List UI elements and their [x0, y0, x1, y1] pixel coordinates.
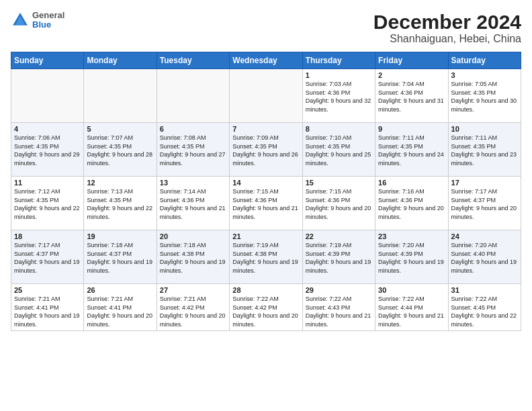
day-number: 23	[378, 232, 445, 240]
day-number: 25	[14, 286, 81, 294]
logo: General Blue	[11, 11, 64, 30]
day-number: 6	[160, 125, 226, 133]
day-number: 4	[14, 125, 81, 133]
table-row: 13 Sunrise: 7:14 AM Sunset: 4:36 PM Dayl…	[157, 177, 229, 230]
table-row: 27 Sunrise: 7:21 AM Sunset: 4:42 PM Dayl…	[157, 284, 229, 331]
day-number: 22	[306, 232, 372, 240]
logo-blue: Blue	[32, 20, 64, 30]
day-number: 30	[378, 286, 445, 294]
col-wednesday: Wednesday	[230, 52, 302, 69]
table-row: 31 Sunrise: 7:22 AM Sunset: 4:45 PM Dayl…	[448, 284, 521, 331]
table-row: 6 Sunrise: 7:08 AM Sunset: 4:35 PM Dayli…	[157, 123, 229, 177]
day-number: 19	[87, 232, 153, 240]
calendar-subtitle: Shanhaiguan, Hebei, China	[373, 33, 521, 45]
table-row: 5 Sunrise: 7:07 AM Sunset: 4:35 PM Dayli…	[84, 123, 157, 177]
day-info: Sunrise: 7:09 AM Sunset: 4:35 PM Dayligh…	[232, 134, 299, 167]
day-info: Sunrise: 7:20 AM Sunset: 4:40 PM Dayligh…	[451, 241, 518, 275]
logo-icon	[11, 11, 30, 30]
table-row: 12 Sunrise: 7:13 AM Sunset: 4:35 PM Dayl…	[84, 177, 157, 230]
day-info: Sunrise: 7:18 AM Sunset: 4:38 PM Dayligh…	[160, 241, 226, 275]
day-number: 10	[451, 125, 518, 133]
table-row: 28 Sunrise: 7:22 AM Sunset: 4:42 PM Dayl…	[230, 284, 302, 331]
day-info: Sunrise: 7:19 AM Sunset: 4:38 PM Dayligh…	[232, 241, 299, 275]
table-row: 16 Sunrise: 7:16 AM Sunset: 4:36 PM Dayl…	[375, 177, 448, 230]
table-row: 10 Sunrise: 7:11 AM Sunset: 4:35 PM Dayl…	[448, 123, 521, 177]
day-number: 11	[14, 179, 81, 187]
day-info: Sunrise: 7:21 AM Sunset: 4:41 PM Dayligh…	[14, 295, 81, 328]
table-row: 7 Sunrise: 7:09 AM Sunset: 4:35 PM Dayli…	[230, 123, 302, 177]
table-row: 18 Sunrise: 7:17 AM Sunset: 4:37 PM Dayl…	[11, 230, 84, 284]
day-number: 1	[306, 71, 372, 79]
table-row: 14 Sunrise: 7:15 AM Sunset: 4:36 PM Dayl…	[230, 177, 302, 230]
table-row: 4 Sunrise: 7:06 AM Sunset: 4:35 PM Dayli…	[11, 123, 84, 177]
day-number: 29	[306, 286, 372, 294]
header: General Blue December 2024 Shanhaiguan, …	[11, 11, 521, 45]
calendar-table: Sunday Monday Tuesday Wednesday Thursday…	[11, 52, 521, 331]
day-info: Sunrise: 7:10 AM Sunset: 4:35 PM Dayligh…	[306, 134, 372, 167]
table-row: 23 Sunrise: 7:20 AM Sunset: 4:39 PM Dayl…	[375, 230, 448, 284]
table-row: 1 Sunrise: 7:03 AM Sunset: 4:36 PM Dayli…	[302, 69, 375, 123]
day-info: Sunrise: 7:12 AM Sunset: 4:35 PM Dayligh…	[14, 187, 81, 221]
day-info: Sunrise: 7:07 AM Sunset: 4:35 PM Dayligh…	[87, 134, 153, 167]
day-info: Sunrise: 7:22 AM Sunset: 4:44 PM Dayligh…	[378, 295, 445, 328]
day-number: 24	[451, 232, 518, 240]
table-row: 9 Sunrise: 7:11 AM Sunset: 4:35 PM Dayli…	[375, 123, 448, 177]
table-row: 25 Sunrise: 7:21 AM Sunset: 4:41 PM Dayl…	[11, 284, 84, 331]
day-info: Sunrise: 7:19 AM Sunset: 4:39 PM Dayligh…	[306, 241, 372, 275]
day-number: 26	[87, 286, 153, 294]
table-row	[157, 69, 229, 123]
logo-general: General	[32, 11, 64, 20]
day-info: Sunrise: 7:11 AM Sunset: 4:35 PM Dayligh…	[451, 134, 518, 167]
day-number: 16	[378, 179, 445, 187]
day-info: Sunrise: 7:22 AM Sunset: 4:45 PM Dayligh…	[451, 295, 518, 328]
day-info: Sunrise: 7:22 AM Sunset: 4:43 PM Dayligh…	[306, 295, 372, 328]
table-row: 19 Sunrise: 7:18 AM Sunset: 4:37 PM Dayl…	[84, 230, 157, 284]
day-number: 15	[306, 179, 372, 187]
table-row: 21 Sunrise: 7:19 AM Sunset: 4:38 PM Dayl…	[230, 230, 302, 284]
day-info: Sunrise: 7:22 AM Sunset: 4:42 PM Dayligh…	[232, 295, 299, 328]
day-info: Sunrise: 7:06 AM Sunset: 4:35 PM Dayligh…	[14, 134, 81, 167]
table-row: 11 Sunrise: 7:12 AM Sunset: 4:35 PM Dayl…	[11, 177, 84, 230]
table-row	[84, 69, 157, 123]
day-info: Sunrise: 7:18 AM Sunset: 4:37 PM Dayligh…	[87, 241, 153, 275]
day-number: 8	[306, 125, 372, 133]
day-number: 13	[160, 179, 226, 187]
day-info: Sunrise: 7:13 AM Sunset: 4:35 PM Dayligh…	[87, 187, 153, 221]
day-info: Sunrise: 7:08 AM Sunset: 4:35 PM Dayligh…	[160, 134, 226, 167]
day-number: 28	[232, 286, 299, 294]
table-row: 15 Sunrise: 7:15 AM Sunset: 4:36 PM Dayl…	[302, 177, 375, 230]
day-number: 9	[378, 125, 445, 133]
table-row: 8 Sunrise: 7:10 AM Sunset: 4:35 PM Dayli…	[302, 123, 375, 177]
day-number: 2	[378, 71, 445, 79]
day-info: Sunrise: 7:11 AM Sunset: 4:35 PM Dayligh…	[378, 134, 445, 167]
day-number: 7	[232, 125, 299, 133]
day-number: 12	[87, 179, 153, 187]
day-info: Sunrise: 7:05 AM Sunset: 4:35 PM Dayligh…	[451, 80, 518, 113]
day-number: 20	[160, 232, 226, 240]
table-row: 3 Sunrise: 7:05 AM Sunset: 4:35 PM Dayli…	[448, 69, 521, 123]
day-info: Sunrise: 7:21 AM Sunset: 4:41 PM Dayligh…	[87, 295, 153, 328]
title-block: December 2024 Shanhaiguan, Hebei, China	[373, 11, 521, 45]
page: General Blue December 2024 Shanhaiguan, …	[0, 0, 532, 411]
table-row: 30 Sunrise: 7:22 AM Sunset: 4:44 PM Dayl…	[375, 284, 448, 331]
table-row: 20 Sunrise: 7:18 AM Sunset: 4:38 PM Dayl…	[157, 230, 229, 284]
day-number: 21	[232, 232, 299, 240]
day-info: Sunrise: 7:21 AM Sunset: 4:42 PM Dayligh…	[160, 295, 226, 328]
day-info: Sunrise: 7:17 AM Sunset: 4:37 PM Dayligh…	[451, 187, 518, 221]
col-thursday: Thursday	[302, 52, 375, 69]
col-saturday: Saturday	[448, 52, 521, 69]
table-row: 22 Sunrise: 7:19 AM Sunset: 4:39 PM Dayl…	[302, 230, 375, 284]
day-number: 5	[87, 125, 153, 133]
col-friday: Friday	[375, 52, 448, 69]
day-number: 27	[160, 286, 226, 294]
table-row: 2 Sunrise: 7:04 AM Sunset: 4:36 PM Dayli…	[375, 69, 448, 123]
day-info: Sunrise: 7:15 AM Sunset: 4:36 PM Dayligh…	[232, 187, 299, 221]
day-number: 3	[451, 71, 518, 79]
table-row	[230, 69, 302, 123]
logo-text: General Blue	[32, 11, 64, 30]
day-info: Sunrise: 7:20 AM Sunset: 4:39 PM Dayligh…	[378, 241, 445, 275]
day-info: Sunrise: 7:15 AM Sunset: 4:36 PM Dayligh…	[306, 187, 372, 221]
day-info: Sunrise: 7:14 AM Sunset: 4:36 PM Dayligh…	[160, 187, 226, 221]
col-tuesday: Tuesday	[157, 52, 229, 69]
day-info: Sunrise: 7:17 AM Sunset: 4:37 PM Dayligh…	[14, 241, 81, 275]
